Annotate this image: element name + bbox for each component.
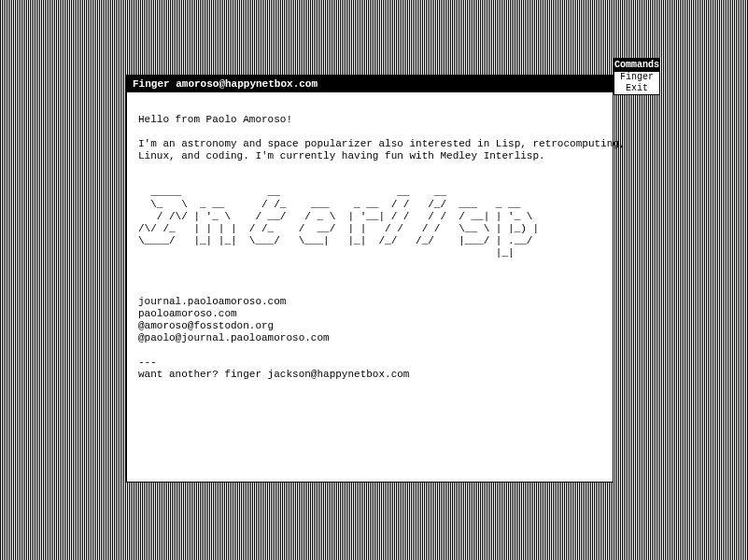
commands-title: Commands (614, 59, 659, 72)
command-exit[interactable]: Exit (614, 83, 659, 94)
window-title: Finger amoroso@happynetbox.com (133, 78, 318, 90)
window-titlebar: Finger amoroso@happynetbox.com (127, 76, 613, 92)
commands-menu: Commands Finger Exit (614, 58, 660, 95)
finger-window: Finger amoroso@happynetbox.com Hello fro… (126, 75, 614, 483)
window-content: Hello from Paolo Amoroso! I'm an astrono… (127, 92, 613, 402)
greeting-text: Hello from Paolo Amoroso! (138, 114, 292, 125)
links-text: journal.paoloamoroso.com paoloamoroso.co… (138, 296, 330, 343)
command-finger[interactable]: Finger (614, 72, 659, 83)
footer-text: --- want another? finger jackson@happyne… (138, 357, 409, 380)
intro-text: I'm an astronomy and space popularizer a… (138, 138, 626, 161)
ascii-art-interlisp: _____ __ __ __ \_ \ _ __ / /_ ___ _ __ /… (138, 187, 539, 259)
